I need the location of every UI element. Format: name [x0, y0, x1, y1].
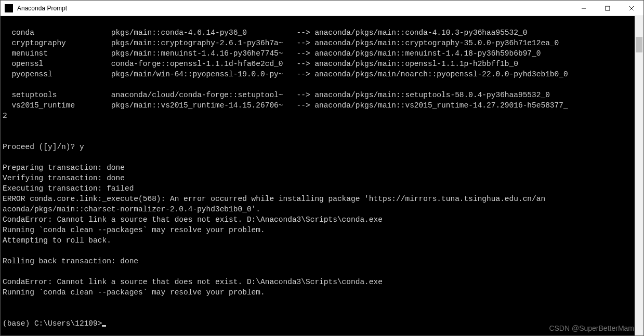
- anaconda-prompt-window: Anaconda Prompt conda pkgs/main::conda-4…: [0, 0, 644, 336]
- vertical-scrollbar[interactable]: [635, 16, 643, 335]
- svg-rect-1: [606, 6, 610, 10]
- watermark-text: CSDN @SuperBetterMam: [549, 324, 634, 332]
- terminal-output[interactable]: conda pkgs/main::conda-4.6.14-py36_0 -->…: [1, 16, 635, 335]
- maximize-button[interactable]: [596, 1, 620, 16]
- window-title: Anaconda Prompt: [17, 5, 572, 12]
- minimize-button[interactable]: [572, 1, 596, 16]
- scrollbar-thumb[interactable]: [636, 37, 642, 52]
- window-body: conda pkgs/main::conda-4.6.14-py36_0 -->…: [1, 16, 643, 335]
- app-icon: [5, 4, 13, 12]
- cursor: [102, 325, 106, 327]
- title-bar[interactable]: Anaconda Prompt: [1, 1, 643, 16]
- window-controls: [572, 1, 643, 16]
- close-button[interactable]: [620, 1, 643, 16]
